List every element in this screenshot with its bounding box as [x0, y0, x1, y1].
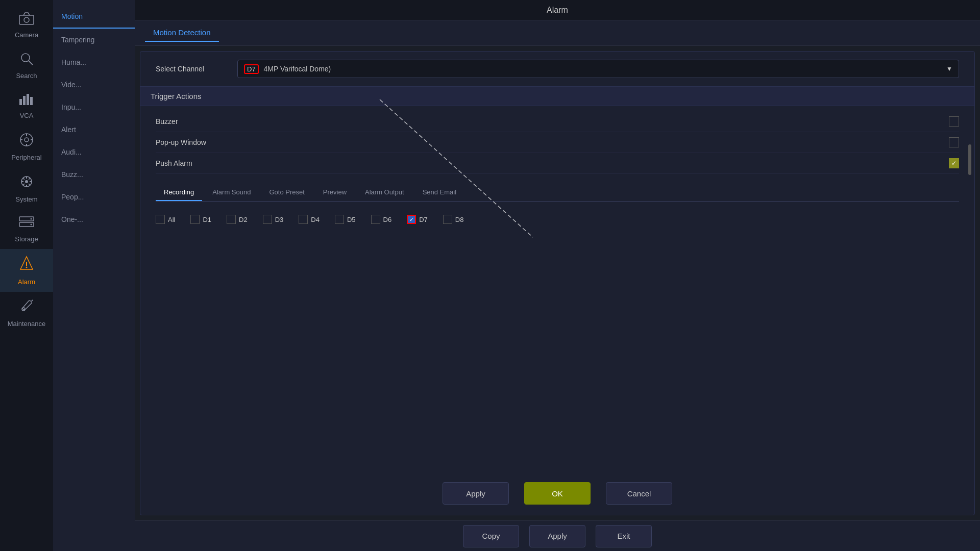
svg-point-1: [24, 17, 29, 22]
window-title: Alarm: [547, 6, 568, 15]
sec-item-video[interactable]: Vide...: [53, 73, 135, 96]
ch-check-d2[interactable]: D2: [227, 215, 248, 224]
ch-box-d8[interactable]: [443, 215, 452, 224]
channel-select-label: Select Channel: [156, 65, 227, 73]
ch-check-d7[interactable]: D7: [407, 215, 428, 224]
ch-box-d3[interactable]: [263, 215, 272, 224]
vca-icon: [18, 92, 35, 110]
sidebar-item-peripheral[interactable]: Peripheral: [0, 126, 53, 167]
sec-item-one[interactable]: One-...: [53, 208, 135, 231]
ch-box-d1[interactable]: [190, 215, 200, 224]
sidebar-item-camera[interactable]: Camera: [0, 5, 53, 45]
sidebar-item-system[interactable]: System: [0, 167, 53, 209]
svg-rect-7: [30, 97, 33, 105]
ch-check-d8[interactable]: D8: [443, 215, 464, 224]
svg-point-15: [25, 180, 28, 183]
scroll-indicator: [968, 144, 971, 175]
subtab-alarm-sound[interactable]: Alarm Sound: [204, 184, 259, 201]
ch-check-d4[interactable]: D4: [299, 215, 320, 224]
popup-checkbox[interactable]: [949, 137, 959, 147]
channel-select-row: Select Channel D7 4MP Varifocal Dome) ▼: [140, 52, 974, 87]
ch-box-d4[interactable]: [299, 215, 308, 224]
svg-point-21: [26, 267, 28, 268]
sec-item-human[interactable]: Huma...: [53, 51, 135, 73]
copy-button[interactable]: Copy: [463, 525, 519, 547]
trigger-items-area: Buzzer Pop-up Window Push Alarm: [140, 106, 974, 179]
sidebar-vca-label: VCA: [20, 112, 34, 119]
subtab-send-email[interactable]: Send Email: [414, 184, 464, 201]
apply-button[interactable]: Apply: [529, 525, 585, 547]
camera-icon: [18, 11, 35, 29]
exit-button[interactable]: Exit: [596, 525, 652, 547]
sidebar-item-vca[interactable]: VCA: [0, 86, 53, 126]
channel-value: 4MP Varifocal Dome): [264, 65, 331, 73]
sidebar-item-search[interactable]: Search: [0, 45, 53, 86]
ch-check-d6[interactable]: D6: [371, 215, 392, 224]
ch-label-d6: D6: [383, 216, 392, 223]
ch-check-d3[interactable]: D3: [263, 215, 284, 224]
trigger-popup: Pop-up Window: [156, 132, 959, 153]
sidebar-camera-label: Camera: [15, 31, 38, 39]
subtab-preview[interactable]: Preview: [315, 184, 355, 201]
system-icon: [18, 173, 35, 193]
ch-label-d3: D3: [275, 216, 284, 223]
sub-tabs: Recording Alarm Sound Goto Preset Previe…: [156, 184, 959, 202]
sidebar-search-label: Search: [16, 72, 37, 80]
ch-box-d2[interactable]: [227, 215, 236, 224]
buzzer-checkbox[interactable]: [949, 116, 959, 127]
ch-box-d7[interactable]: [407, 215, 416, 224]
sidebar-item-maintenance[interactable]: Maintenance: [0, 292, 53, 334]
ch-label-d7: D7: [419, 216, 428, 223]
popup-label: Pop-up Window: [156, 138, 949, 146]
tab-bar: Motion Detection: [135, 20, 980, 46]
ch-box-d6[interactable]: [371, 215, 380, 224]
push-alarm-label: Push Alarm: [156, 159, 949, 167]
sec-item-motion[interactable]: Motion: [53, 5, 135, 29]
sidebar-item-storage[interactable]: Storage: [0, 209, 53, 249]
svg-rect-4: [19, 99, 22, 105]
maintenance-icon: [18, 298, 35, 318]
trigger-push-alarm: Push Alarm: [156, 153, 959, 174]
trigger-buzzer: Buzzer: [156, 111, 959, 132]
sec-item-buzzer[interactable]: Buzz...: [53, 163, 135, 186]
sec-item-audio[interactable]: Audi...: [53, 141, 135, 163]
sec-item-input[interactable]: Inpu...: [53, 96, 135, 118]
svg-point-19: [31, 224, 32, 226]
subtab-goto-preset[interactable]: Goto Preset: [261, 184, 312, 201]
ch-label-d4: D4: [311, 216, 320, 223]
apply-button-inner[interactable]: Apply: [443, 482, 509, 505]
secondary-sidebar: Motion Tampering Huma... Vide... Inpu...…: [53, 0, 135, 551]
subtab-recording[interactable]: Recording: [156, 184, 202, 201]
ch-box-all[interactable]: [156, 215, 165, 224]
svg-rect-0: [19, 15, 34, 24]
peripheral-icon: [18, 132, 35, 152]
sidebar-item-alarm[interactable]: Alarm: [0, 249, 53, 292]
ch-label-d2: D2: [239, 216, 248, 223]
channel-badge: D7: [244, 64, 259, 74]
sidebar-peripheral-label: Peripheral: [11, 154, 41, 161]
alarm-icon: [18, 255, 35, 276]
ch-check-d1[interactable]: D1: [190, 215, 211, 224]
ch-check-all[interactable]: All: [156, 215, 175, 224]
window-title-bar: Alarm: [135, 0, 980, 20]
dialog-bottom-buttons: Apply OK Cancel: [140, 472, 974, 515]
tab-motion-detection[interactable]: Motion Detection: [145, 24, 219, 42]
ch-box-d5[interactable]: [335, 215, 344, 224]
trigger-actions-title: Trigger Actions: [140, 87, 974, 106]
sec-item-tampering[interactable]: Tampering: [53, 29, 135, 51]
sec-item-alert[interactable]: Alert: [53, 118, 135, 141]
sec-item-people[interactable]: Peop...: [53, 186, 135, 208]
buzzer-label: Buzzer: [156, 117, 949, 126]
ok-button[interactable]: OK: [524, 482, 591, 505]
content-area: Alarm Motion Detection Select Channel D7…: [135, 0, 980, 551]
cancel-button[interactable]: Cancel: [606, 482, 672, 505]
svg-line-3: [29, 61, 33, 65]
push-alarm-checkbox[interactable]: [949, 158, 959, 168]
sub-tabs-area: Recording Alarm Sound Goto Preset Previe…: [140, 179, 974, 229]
page-bottom-bar: Copy Apply Exit: [135, 520, 980, 551]
sidebar-maintenance-label: Maintenance: [8, 320, 45, 328]
subtab-alarm-output[interactable]: Alarm Output: [357, 184, 412, 201]
ch-label-all: All: [168, 216, 175, 223]
ch-check-d5[interactable]: D5: [335, 215, 356, 224]
channel-dropdown[interactable]: D7 4MP Varifocal Dome) ▼: [237, 60, 959, 78]
